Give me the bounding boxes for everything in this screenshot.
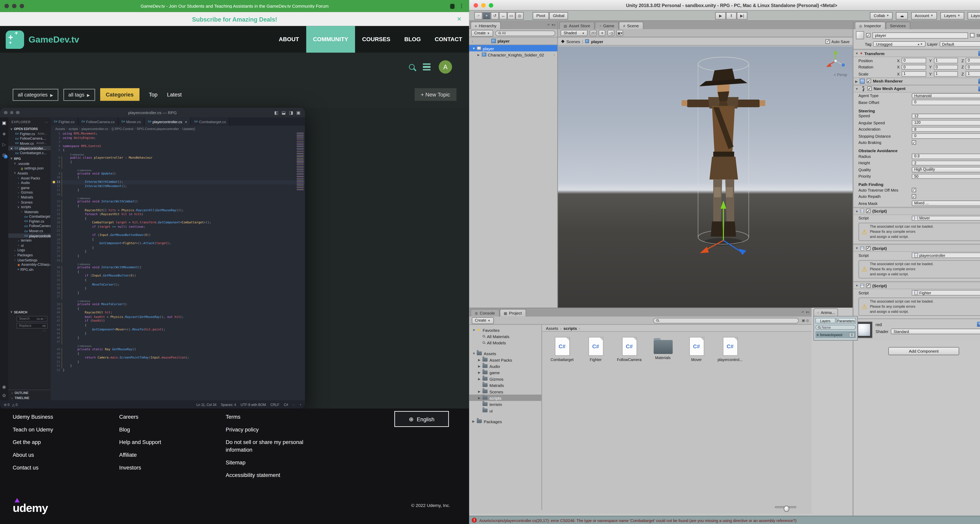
vscode-zoom-button[interactable]	[16, 111, 19, 114]
panel-menu-icon[interactable]: ▾≡	[552, 23, 555, 27]
project-tree-matrails[interactable]: Matrails	[469, 382, 541, 388]
tab-console[interactable]: ≣Console	[470, 309, 499, 317]
tree-item-asset-packs[interactable]: ›Asset Packs	[8, 175, 51, 180]
tab-animator[interactable]: ⁘Anima...	[813, 308, 838, 316]
field-checkbox[interactable]: ✓	[912, 140, 916, 145]
pause-button[interactable]: ‖	[726, 12, 737, 19]
problems-errors[interactable]: ⊘ 0	[4, 402, 10, 406]
add-component-button[interactable]: Add Component	[888, 347, 959, 355]
code-line[interactable]: 19 {	[51, 217, 305, 221]
code-line[interactable]: 30 private void InteractWithMovement()	[51, 266, 305, 270]
new-topic-button[interactable]: + New Topic	[414, 88, 457, 101]
tree-item-assembly-csharp-c[interactable]: ◉Assembly-CSharp.c...	[8, 262, 51, 267]
footer-link-investors[interactable]: Investors	[119, 465, 226, 472]
player-character-model[interactable]	[680, 51, 769, 260]
footer-link-terms[interactable]: Terms	[226, 414, 315, 421]
nav-mesh-agent-header[interactable]: ▼✓Nav Mesh Agent ?≡⚙	[853, 85, 980, 92]
asset-fighter[interactable]: C#Fighter	[581, 337, 611, 362]
tree-item-ui[interactable]: ›ui	[8, 243, 51, 248]
window-close-button[interactable]	[5, 4, 9, 8]
code-line[interactable]: 1using RPG.Movement;	[51, 132, 305, 136]
field-select[interactable]: Mixed ...▲▼	[912, 201, 980, 206]
parameter-value[interactable]: 0	[849, 332, 854, 337]
field-select[interactable]: Humanoid▲▼	[912, 93, 980, 98]
code-line[interactable]: 37	[51, 295, 305, 299]
language-button[interactable]: ⊕ English	[395, 411, 449, 427]
language-mode[interactable]: C#	[284, 402, 288, 406]
perspective-label[interactable]: < Persp	[834, 73, 847, 76]
global-toggle[interactable]: Global	[549, 12, 568, 19]
timeline-section[interactable]: ›TIMELINE	[8, 395, 51, 400]
script-reference-field[interactable]: C#Mover	[912, 215, 980, 221]
field-input[interactable]: 120	[912, 120, 980, 125]
browser-menu-icon[interactable]: ⋮	[459, 3, 464, 9]
auto-save-toggle[interactable]: ✓Auto Save	[826, 39, 850, 43]
code-line[interactable]: 38 private void MoveToCursor()	[51, 303, 305, 307]
code-line[interactable]: 25 GetComponent<Fighter>().Attack(target…	[51, 242, 305, 246]
expand-arrow-icon[interactable]: ▼	[855, 284, 859, 287]
code-line[interactable]: 39 {	[51, 307, 305, 311]
tree-item-logs[interactable]: ›Logs	[8, 248, 51, 253]
gamedev-logo[interactable]: +++	[6, 30, 24, 49]
tree-item-followcamera-cs[interactable]: C#FollowCamera.cs	[8, 224, 51, 229]
udemy-logo[interactable]: udemy	[13, 502, 48, 515]
code-line[interactable]: 20 Combattarget target = hit.transform.G…	[51, 221, 305, 225]
quickfix-lightbulb-icon[interactable]	[52, 181, 55, 183]
effects-dropdown-icon[interactable]: ▣▾	[616, 30, 624, 36]
settings-gear-icon[interactable]: ⚙	[2, 393, 6, 398]
layout-sidebar-icon[interactable]: ◧	[274, 110, 278, 115]
breadcrumb-item[interactable]: playercontroller.cs	[81, 126, 108, 130]
transform-component-header[interactable]: ▼⌖Transform ?≡⚙	[853, 49, 980, 57]
tree-item-terriein[interactable]: ›terriein	[8, 238, 51, 243]
open-editor-item[interactable]: C#Mover.csAsset...	[8, 141, 51, 146]
hierarchy-item-player[interactable]: ▼player	[469, 45, 557, 51]
field-input[interactable]: 8	[912, 126, 980, 132]
footer-link-about-us[interactable]: About us	[13, 452, 119, 459]
pivot-toggle[interactable]: Pivot	[533, 12, 549, 19]
field-input[interactable]: 50	[912, 174, 980, 179]
explorer-icon[interactable]: ▣	[2, 121, 6, 125]
source-control-icon[interactable]: ◈	[2, 131, 6, 136]
animator-parameters-tab[interactable]: Parameters	[836, 318, 856, 323]
project-tree-game[interactable]: ▶game	[469, 369, 541, 376]
tab-fighter-cs[interactable]: C#Fighter.cs	[51, 117, 78, 126]
rotate-tool[interactable]: ↺	[491, 12, 499, 19]
transform-field[interactable]: 0	[902, 64, 926, 70]
code-line[interactable]: 28 }	[51, 254, 305, 258]
search-options-icons[interactable]: ▣ ◎	[802, 319, 809, 322]
layer-dropdown[interactable]: Default▲▼	[939, 41, 980, 47]
shading-mode-dropdown[interactable]: Shaded▼	[560, 30, 588, 36]
all-categories-dropdown[interactable]: all categories▶	[13, 88, 58, 100]
footer-link-affiliate[interactable]: Affiliate	[119, 452, 226, 459]
code-line[interactable]: 14	[51, 193, 305, 197]
code-line[interactable]: 17 RaycastHit[] hits = Physics.RaycastAl…	[51, 209, 305, 213]
transform-field[interactable]: 1	[902, 71, 926, 76]
open-editor-item[interactable]: C#Fighter.csAsse...	[8, 131, 51, 136]
script-reference-field[interactable]: C#playercontroller	[912, 253, 980, 258]
lock-icon[interactable]: ⬏	[547, 23, 550, 27]
tree-item-fighter-cs[interactable]: C#Fighter.cs	[8, 219, 51, 224]
close-icon[interactable]: ✕	[10, 146, 13, 150]
code-line[interactable]: 27 }	[51, 250, 305, 254]
search-section-header[interactable]: ∨SEARCH	[8, 309, 51, 314]
search-icon[interactable]	[409, 64, 415, 70]
code-line[interactable]: 52 }	[51, 365, 305, 368]
open-editors-header[interactable]: ∨OPEN EDITORS	[8, 126, 51, 131]
code-line[interactable]: 44 GetComponent<Mover>().MoveTo(hit.poin…	[51, 328, 305, 332]
project-search[interactable]	[653, 317, 799, 323]
drag-handle-icon[interactable]: ≡	[816, 333, 819, 336]
hand-tool[interactable]: ☞	[474, 12, 482, 19]
transform-field[interactable]: 1	[934, 71, 958, 76]
indentation[interactable]: Spaces: 4	[221, 402, 236, 406]
code-line[interactable]: 16 {	[51, 204, 305, 208]
layout-dropdown[interactable]: Layout▼	[967, 12, 980, 19]
avatar[interactable]: A	[439, 60, 452, 73]
panel-menu-icon[interactable]: ▾≡	[806, 310, 810, 314]
code-line[interactable]: 32 if (Input.GetMouseButton(0))	[51, 274, 305, 279]
all-tags-dropdown[interactable]: all tags▶	[63, 88, 95, 100]
open-editor-item[interactable]: C#FollowCamera....	[8, 136, 51, 141]
field-select[interactable]: High Quality▲▼	[912, 167, 980, 172]
tree-item-usersettings[interactable]: ›UserSettings	[8, 258, 51, 263]
animator-parameter-row[interactable]: ≡ forwardspeed 0	[815, 331, 856, 338]
replace-input[interactable]: ReplaceAB	[16, 323, 48, 328]
